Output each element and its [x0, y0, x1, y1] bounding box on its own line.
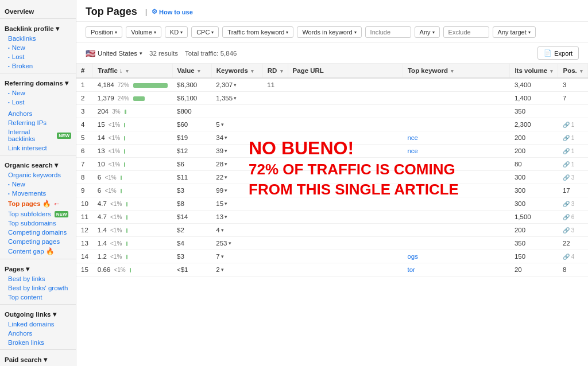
cell-top-keyword[interactable]: [403, 184, 509, 197]
cell-url[interactable]: [288, 158, 403, 171]
cell-url[interactable]: [288, 211, 403, 224]
cell-top-keyword[interactable]: nce: [403, 131, 509, 145]
sidebar-item-linked-domains[interactable]: Linked domains: [0, 320, 76, 329]
cell-url[interactable]: [288, 224, 403, 237]
sidebar-item-anchors[interactable]: Anchors: [0, 329, 76, 338]
sidebar-item-backlinks-new[interactable]: • New: [0, 43, 76, 52]
cell-top-keyword[interactable]: [403, 171, 509, 184]
cell-top-keyword[interactable]: [403, 78, 509, 92]
col-header-keywords[interactable]: Keywords ▾: [211, 64, 262, 78]
sidebar-item-top-pages[interactable]: Top pages 🔥 ←: [0, 198, 76, 209]
cell-top-keyword[interactable]: [403, 158, 509, 171]
cell-top-keyword[interactable]: [403, 92, 509, 105]
sidebar-item-refdomains-new[interactable]: • New: [0, 88, 76, 98]
sidebar-item-backlinks-lost[interactable]: • Lost: [0, 52, 76, 61]
sidebar-item-refdomains-lost[interactable]: • Lost: [0, 98, 76, 107]
cell-url[interactable]: [288, 171, 403, 184]
cell-url[interactable]: [288, 197, 403, 211]
exclude-input[interactable]: [443, 26, 489, 38]
sidebar-item-top-content[interactable]: Top content: [0, 293, 76, 302]
sidebar-section-pages[interactable]: Pages ▾: [0, 262, 76, 274]
cell-url[interactable]: [288, 145, 403, 158]
col-header-traffic[interactable]: Traffic ↓ ▾: [93, 64, 172, 78]
include-input[interactable]: [365, 26, 411, 38]
cell-url[interactable]: [288, 184, 403, 197]
kw-arrow-icon[interactable]: ▾: [225, 188, 227, 193]
sidebar-section-outgoing-links[interactable]: Outgoing links ▾: [0, 307, 76, 320]
kw-arrow-icon[interactable]: ▾: [225, 161, 227, 167]
cell-top-keyword[interactable]: ogs: [403, 250, 509, 263]
sidebar-item-top-subfolders[interactable]: Top subfolders NEW: [0, 209, 76, 219]
how-to-use-link[interactable]: ⚙ How to use: [152, 8, 193, 15]
sidebar-item-competing-pages[interactable]: Competing pages: [0, 237, 76, 246]
cell-top-keyword[interactable]: nce: [403, 145, 509, 158]
cell-url[interactable]: [288, 105, 403, 118]
sidebar-overview[interactable]: Overview: [0, 5, 76, 16]
kw-arrow-icon[interactable]: ▾: [225, 148, 227, 154]
sidebar-item-internal-backlinks[interactable]: Internal backlinks NEW: [0, 127, 76, 143]
sidebar-item-link-intersect[interactable]: Link intersect: [0, 143, 76, 153]
col-header-rd[interactable]: RD ▾: [262, 64, 288, 78]
volume-filter-btn[interactable]: Volume ▾: [126, 26, 161, 38]
sidebar-item-backlinks[interactable]: Backlinks: [0, 34, 76, 43]
cell-top-keyword[interactable]: [403, 105, 509, 118]
kw-arrow-icon[interactable]: ▾: [225, 135, 227, 141]
kw-arrow-icon[interactable]: ▾: [225, 174, 227, 180]
kd-filter-btn[interactable]: KD ▾: [165, 26, 188, 38]
cell-url[interactable]: [288, 131, 403, 145]
cell-url[interactable]: [288, 263, 403, 277]
cell-keywords: 2,307 ▾: [211, 78, 262, 92]
sidebar-item-backlinks-broken[interactable]: • Broken: [0, 61, 76, 71]
cell-top-keyword[interactable]: [403, 118, 509, 131]
kw-arrow-icon[interactable]: ▾: [221, 267, 224, 272]
position-filter-btn[interactable]: Position ▾: [86, 26, 122, 38]
sidebar-item-content-gap[interactable]: Content gap 🔥: [0, 246, 76, 256]
cpc-filter-btn[interactable]: CPC ▾: [191, 26, 219, 38]
traffic-from-keyword-filter-btn[interactable]: Traffic from keyword ▾: [222, 26, 293, 38]
sidebar-item-organic-movements[interactable]: • Movements: [0, 189, 76, 198]
cell-url[interactable]: [288, 237, 403, 250]
cell-top-keyword[interactable]: [403, 197, 509, 211]
country-selector[interactable]: 🇺🇸 United States ▾: [86, 49, 142, 58]
cell-url[interactable]: [288, 78, 403, 92]
kw-arrow-icon[interactable]: ▾: [225, 201, 227, 207]
col-header-top-keyword[interactable]: Top keyword ▾: [403, 64, 509, 78]
cell-top-keyword[interactable]: [403, 237, 509, 250]
kw-arrow-icon[interactable]: ▾: [234, 82, 237, 88]
sidebar-item-anchors-top[interactable]: Anchors: [0, 109, 76, 118]
sidebar-section-organic-search[interactable]: Organic search ▾: [0, 158, 76, 170]
col-header-pos[interactable]: Pos. ▾: [558, 64, 588, 78]
traffic-value: 1.4: [98, 240, 107, 247]
sidebar-section-paid-search[interactable]: Paid search ▾: [0, 352, 76, 365]
kw-arrow-icon[interactable]: ▾: [229, 240, 231, 246]
kw-arrow-icon[interactable]: ▾: [234, 95, 237, 101]
sidebar-item-competing-domains[interactable]: Competing domains: [0, 228, 76, 237]
us-flag-icon: 🇺🇸: [86, 49, 95, 58]
cell-top-keyword[interactable]: [403, 211, 509, 224]
cell-url[interactable]: [288, 250, 403, 263]
cell-url[interactable]: [288, 92, 403, 105]
cell-top-keyword[interactable]: [403, 224, 509, 237]
sidebar-item-best-by-links-growth[interactable]: Best by links' growth: [0, 283, 76, 293]
any-target-filter-btn[interactable]: Any target ▾: [493, 26, 536, 38]
kw-arrow-icon[interactable]: ▾: [221, 122, 224, 127]
sidebar-item-best-by-links[interactable]: Best by links: [0, 274, 76, 283]
cell-top-keyword[interactable]: tor: [403, 263, 509, 277]
export-button[interactable]: 📄 Export: [537, 46, 579, 60]
any-filter-btn[interactable]: Any ▾: [415, 26, 440, 38]
sidebar-item-organic-new[interactable]: • New: [0, 180, 76, 189]
sidebar-item-broken-links[interactable]: Broken links: [0, 338, 76, 347]
kw-arrow-icon[interactable]: ▾: [225, 214, 227, 220]
col-header-volume[interactable]: Its volume ▾: [510, 64, 558, 78]
words-in-keyword-filter-btn[interactable]: Words in keyword ▾: [297, 26, 361, 38]
kw-arrow-icon[interactable]: ▾: [221, 227, 224, 233]
sidebar-section-referring-domains[interactable]: Referring domains ▾: [0, 76, 76, 88]
cell-keywords: 5 ▾: [211, 118, 262, 131]
kw-arrow-icon[interactable]: ▾: [221, 254, 224, 259]
sidebar-item-top-subdomains[interactable]: Top subdomains: [0, 219, 76, 228]
cell-url[interactable]: [288, 118, 403, 131]
col-header-value[interactable]: Value ▾: [172, 64, 211, 78]
sidebar-item-referring-ips[interactable]: Referring IPs: [0, 118, 76, 127]
sidebar-item-organic-keywords[interactable]: Organic keywords: [0, 170, 76, 180]
sidebar-section-backlink-profile[interactable]: Backlink profile ▾: [0, 21, 76, 34]
